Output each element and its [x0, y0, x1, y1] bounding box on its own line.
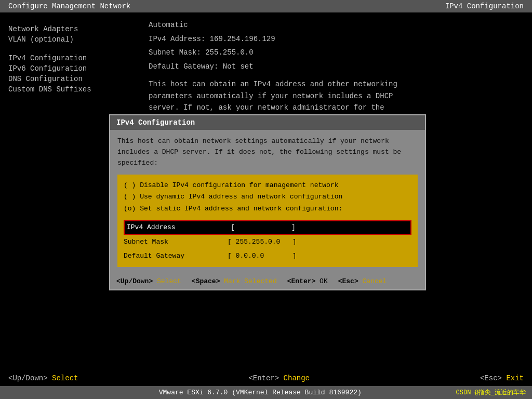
field-gateway-value: [ 0.0.0.0 ] — [228, 251, 411, 262]
sidebar-item-network-adapters[interactable]: Network Adapters — [8, 25, 138, 33]
bottom-change-action: Change — [284, 374, 310, 382]
ok-action: OK — [320, 277, 328, 285]
bottom-left-hint: <Up/Down> Select — [8, 374, 78, 382]
field-ipv4-label: IPv4 Address — [127, 222, 231, 233]
space-key: <Space> Mark Selected — [192, 277, 277, 285]
header-bar: Configure Management Network IPv4 Config… — [0, 0, 532, 12]
bottom-right-hint: <Esc> Exit — [480, 374, 524, 382]
footer-bar: VMware ESXi 6.7.0 (VMKernel Release Buil… — [0, 386, 532, 399]
gateway-info: Default Gateway: Not set — [149, 61, 524, 72]
sidebar-item-ipv6[interactable]: IPv6 Configuration — [8, 64, 138, 73]
ip-address-info: IPv4 Address: 169.254.196.129 — [149, 33, 524, 45]
select-action: Select — [157, 277, 181, 285]
ipv4-config-modal: IPv4 Configuration This host can obtain … — [109, 114, 426, 290]
sidebar-spacer — [8, 46, 138, 54]
bottom-exit-action: Exit — [506, 374, 524, 382]
field-default-gateway[interactable]: Default Gateway [ 0.0.0.0 ] — [124, 250, 411, 263]
field-subnet-value: [ 255.255.0.0 ] — [228, 237, 411, 248]
sidebar-item-vlan[interactable]: VLAN (optional) — [8, 35, 138, 44]
subnet-mask-info: Subnet Mask: 255.255.0.0 — [149, 47, 524, 58]
updown-key: <Up/Down> Select — [116, 277, 181, 285]
modal-description: This host can obtain network settings au… — [117, 136, 418, 168]
sidebar-item-dns-suffixes[interactable]: Custom DNS Suffixes — [8, 85, 138, 94]
footer-csdn-text: CSDN @指尖_流近的车华 — [456, 388, 530, 397]
esc-key: <Esc> Cancel — [338, 277, 387, 285]
sidebar-item-ipv4[interactable]: IPv4 Configuration — [8, 54, 138, 62]
option-static[interactable]: (o) Set static IPv4 address and network … — [124, 203, 411, 215]
options-section: ( ) Disable IPv4 configuration for manag… — [117, 175, 418, 219]
bottom-center-hint: <Enter> Change — [248, 374, 310, 382]
header-left: Configure Management Network — [8, 2, 130, 10]
field-subnet-mask[interactable]: Subnet Mask [ 255.255.0.0 ] — [124, 236, 411, 249]
modal-body: This host can obtain network settings au… — [110, 130, 425, 273]
field-ipv4-value: [ ] — [231, 222, 408, 233]
fields-section: IPv4 Address [ ] Subnet Mask [ 255.255.0… — [117, 220, 418, 267]
field-ipv4-address[interactable]: IPv4 Address [ ] — [124, 220, 411, 235]
field-gateway-label: Default Gateway — [124, 251, 228, 262]
modal-footer: <Up/Down> Select <Space> Mark Selected <… — [110, 273, 425, 289]
footer-vmware-text: VMware ESXi 6.7.0 (VMKernel Release Buil… — [64, 389, 456, 396]
cancel-action: Cancel — [363, 277, 387, 285]
enter-key: <Enter> OK — [287, 277, 328, 285]
mark-selected-action: Mark Selected — [224, 277, 276, 285]
field-subnet-label: Subnet Mask — [124, 237, 228, 248]
modal-title: IPv4 Configuration — [110, 115, 425, 130]
bottom-bar: <Up/Down> Select <Enter> Change <Esc> Ex… — [0, 372, 532, 384]
auto-label: Automatic — [149, 21, 524, 29]
option-dynamic[interactable]: ( ) Use dynamic IPv4 address and network… — [124, 191, 411, 203]
bottom-select-action: Select — [52, 374, 78, 382]
sidebar-item-dns[interactable]: DNS Configuration — [8, 75, 138, 83]
header-right: IPv4 Configuration — [445, 2, 524, 10]
option-disable[interactable]: ( ) Disable IPv4 configuration for manag… — [124, 180, 411, 191]
